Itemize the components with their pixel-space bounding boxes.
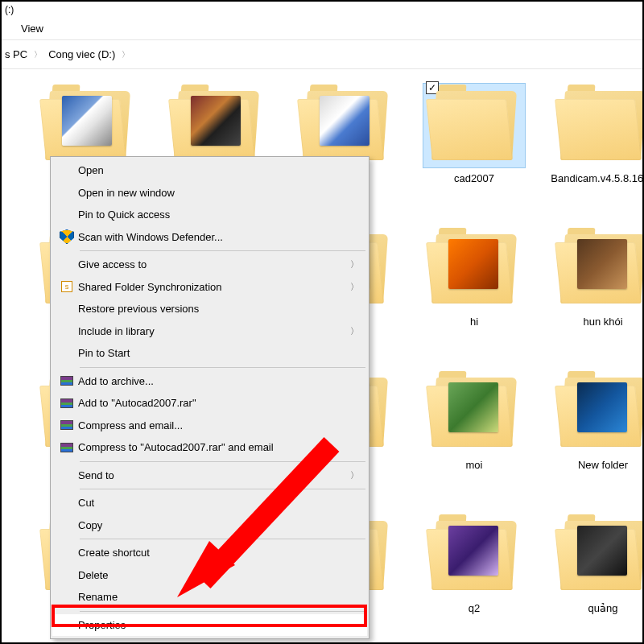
folder-item[interactable]: hun khói <box>544 227 644 365</box>
ctx-scan-defender[interactable]: Scan with Windows Defender... <box>52 226 367 249</box>
ctx-cut[interactable]: Cut <box>52 492 367 514</box>
title-text: (:) <box>5 4 14 15</box>
ctx-separator <box>80 250 365 251</box>
folder-label: q2 <box>469 602 480 615</box>
sync-icon: s <box>61 281 72 292</box>
folder-label: hun khói <box>583 316 622 328</box>
ctx-separator <box>80 461 365 462</box>
breadcrumb-part[interactable]: s PC <box>5 48 27 60</box>
folder-item[interactable]: Bandicam.v4.5.8.1673 <box>544 84 644 222</box>
archive-icon <box>60 376 73 386</box>
ctx-compress-rar-email[interactable]: Compress to "Autocad2007.rar" and email <box>52 436 367 459</box>
ctx-separator <box>80 489 365 489</box>
folder-label: New folder <box>578 459 628 472</box>
folder-label: quảng <box>588 602 618 615</box>
folder-item[interactable]: hi <box>415 227 533 365</box>
ctx-add-rar[interactable]: Add to "Autocad2007.rar" <box>52 392 367 415</box>
folder-icon <box>423 227 525 311</box>
ctx-send-to[interactable]: Send to〉 <box>52 464 367 487</box>
ctx-pin-quick-access[interactable]: Pin to Quick access <box>52 204 367 226</box>
folder-icon <box>295 84 396 167</box>
ctx-separator <box>80 611 365 612</box>
breadcrumb[interactable]: s PC 〉 Cong viec (D:) 〉 <box>2 39 642 69</box>
folder-icon <box>166 84 267 167</box>
ctx-compress-email[interactable]: Compress and email... <box>52 415 367 437</box>
chevron-right-icon: 〉 <box>350 258 359 270</box>
folder-icon: ✓ <box>423 84 525 167</box>
folder-icon <box>37 84 138 167</box>
chevron-right-icon: 〉 <box>34 49 42 60</box>
menubar: View <box>2 18 642 39</box>
ctx-copy[interactable]: Copy <box>52 514 367 537</box>
ctx-properties[interactable]: Properties <box>52 614 367 637</box>
folder-icon <box>552 514 644 597</box>
folder-item[interactable]: q2 <box>415 514 533 644</box>
ctx-create-shortcut[interactable]: Create shortcut <box>52 542 367 564</box>
folder-item[interactable]: moi <box>415 370 533 509</box>
chevron-right-icon: 〉 <box>350 325 359 337</box>
breadcrumb-part[interactable]: Cong viec (D:) <box>48 48 115 60</box>
shield-icon <box>60 229 74 244</box>
folder-icon <box>552 84 644 167</box>
archive-icon <box>60 420 73 430</box>
ctx-add-archive[interactable]: Add to archive... <box>52 370 367 393</box>
ctx-pin-start[interactable]: Pin to Start <box>52 342 367 365</box>
ctx-give-access[interactable]: Give access to〉 <box>52 254 367 276</box>
chevron-right-icon: 〉 <box>122 49 130 60</box>
archive-icon <box>60 398 73 408</box>
ctx-include-library[interactable]: Include in library〉 <box>52 320 367 343</box>
ctx-restore-versions[interactable]: Restore previous versions <box>52 298 367 320</box>
folder-icon <box>552 227 644 311</box>
ctx-shared-sync[interactable]: sShared Folder Synchronization〉 <box>52 276 367 299</box>
folder-label: moi <box>466 459 483 472</box>
archive-icon <box>60 443 73 452</box>
folder-label: hi <box>470 316 478 328</box>
folder-item[interactable]: ✓cad2007 <box>415 84 533 222</box>
menu-view[interactable]: View <box>21 23 43 35</box>
ctx-open-new-window[interactable]: Open in new window <box>52 182 367 204</box>
chevron-right-icon: 〉 <box>350 469 359 481</box>
folder-item[interactable]: quảng <box>544 514 644 644</box>
ctx-delete[interactable]: Delete <box>52 564 367 587</box>
folder-label: cad2007 <box>454 172 494 185</box>
folder-item[interactable]: New folder <box>544 370 644 509</box>
folder-icon <box>552 370 644 454</box>
window-title: (:) <box>2 2 642 18</box>
ctx-separator <box>80 539 365 539</box>
folder-icon <box>423 514 525 597</box>
ctx-open[interactable]: Open <box>52 159 367 182</box>
chevron-right-icon: 〉 <box>350 281 359 293</box>
ctx-rename[interactable]: Rename <box>52 586 367 609</box>
ctx-separator <box>80 367 365 368</box>
folder-label: Bandicam.v4.5.8.1673 <box>551 172 644 185</box>
folder-icon <box>423 370 525 454</box>
context-menu: Open Open in new window Pin to Quick acc… <box>50 156 369 639</box>
